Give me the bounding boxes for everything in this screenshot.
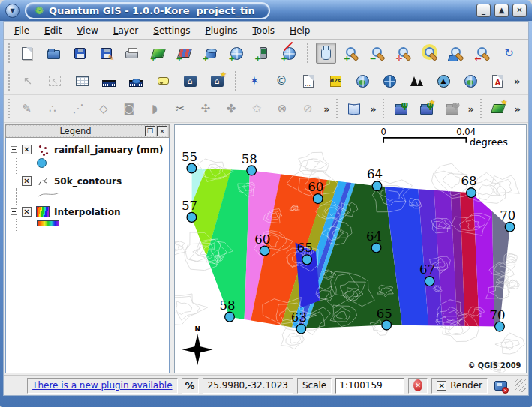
copyright-label-plugin-button[interactable]: © — [271, 70, 292, 91]
render-toggle[interactable]: ✕ Render — [431, 378, 488, 394]
map-canvas[interactable]: 00.04degreesN© QGIS 20095558606468705760… — [175, 125, 526, 373]
grass-open-mapset-button[interactable]: ψ — [391, 98, 410, 119]
maximize-button[interactable]: ▲ — [494, 4, 509, 17]
add-ring-button[interactable]: ◙ — [119, 98, 139, 119]
dxf2shp-converter-button[interactable]: d2s — [325, 70, 346, 91]
split-features-button[interactable]: ✂ — [170, 98, 190, 119]
collapse-expander-icon[interactable] — [11, 178, 17, 184]
menu-file[interactable]: File — [8, 23, 36, 38]
add-postgis-layer-button[interactable]: + — [200, 43, 221, 64]
scalebar-plugin-button[interactable]: … — [298, 70, 319, 91]
layer-label[interactable]: rainfall_january (mm) — [54, 145, 164, 155]
collapse-expander-icon[interactable] — [11, 208, 17, 215]
north-arrow-plugin-button[interactable]: ▲ — [433, 70, 454, 91]
graticule-creator-button[interactable] — [379, 70, 400, 91]
measure-area-button[interactable] — [125, 70, 146, 91]
help-contents-button[interactable] — [344, 98, 364, 119]
collapse-expander-icon[interactable] — [11, 146, 17, 153]
delete-selected-button[interactable]: ⊗ — [272, 98, 292, 119]
toolbar-separator — [480, 99, 485, 118]
map-view[interactable]: 00.04degreesN© QGIS 20095558606468705760… — [174, 124, 527, 373]
menu-tools[interactable]: Tools — [246, 23, 282, 38]
legend-panel-header[interactable]: Legend ❐ × — [5, 124, 170, 138]
toolbar-overflow-chevron[interactable]: » — [515, 103, 521, 115]
capture-polygon-button[interactable]: ◇ — [94, 98, 113, 119]
north-star-plugin-button[interactable]: ✶ — [244, 70, 265, 91]
add-wms-layer-button[interactable]: + — [227, 43, 247, 64]
new-project-button[interactable] — [17, 43, 38, 64]
menu-view[interactable]: View — [70, 23, 104, 38]
cut-features-button[interactable]: ⊘ — [298, 98, 317, 119]
zoom-in-button[interactable]: + — [342, 43, 362, 64]
toolbar-overflow-chevron[interactable]: » — [323, 103, 329, 115]
capture-line-button[interactable]: ⋰ — [68, 98, 88, 119]
quick-print-pdf-button[interactable]: A — [487, 70, 508, 91]
grass-new-mapset-button[interactable]: ψ★ — [416, 98, 436, 119]
capture-point-button[interactable]: ∴ — [43, 98, 62, 119]
node-tool-button[interactable]: ✩ — [247, 98, 266, 119]
layer-row[interactable]: ✕rainfall_january (mm) — [8, 142, 167, 157]
move-vertex-button[interactable]: ✤ — [221, 98, 241, 119]
open-project-button[interactable] — [44, 43, 64, 64]
pan-map-button[interactable] — [316, 43, 336, 64]
new-gpx-layer-button[interactable]: + — [279, 43, 299, 64]
save-project-button[interactable] — [70, 43, 90, 64]
new-print-composer-button[interactable]: ★ — [488, 98, 508, 119]
measure-line-button[interactable] — [98, 70, 119, 91]
move-feature-button[interactable]: ✣ — [196, 98, 215, 119]
identify-features-button[interactable]: ↖ — [17, 70, 38, 91]
stop-rendering-button[interactable]: ✕ — [408, 378, 428, 394]
toolbar-overflow-chevron[interactable]: » — [514, 76, 520, 87]
show-bookmarks-button[interactable]: ⌂ — [179, 70, 200, 91]
open-attribute-table-button[interactable] — [71, 70, 92, 91]
add-island-button[interactable]: ◗ — [145, 98, 164, 119]
toolbar-overflow-chevron[interactable]: » — [467, 103, 473, 115]
menu-help[interactable]: Help — [283, 23, 317, 38]
layer-visibility-checkbox[interactable]: ✕ — [22, 145, 32, 154]
raster-histogram-button[interactable] — [406, 70, 427, 91]
refresh-map-button[interactable]: ↻ — [499, 43, 519, 64]
resize-grip[interactable] — [515, 379, 526, 392]
legend-layer-50k-contours: ✕50k_contours — [8, 174, 167, 205]
menu-edit[interactable]: Edit — [38, 23, 68, 38]
layer-label[interactable]: 50k_contours — [54, 176, 122, 187]
window-menu-button[interactable]: ▼ — [5, 4, 20, 18]
grass-close-mapset-button[interactable]: ψ⊗ — [442, 98, 461, 119]
new-bookmark-button[interactable]: ⌂★ — [206, 70, 227, 91]
scale-input[interactable] — [335, 378, 404, 394]
plugin-message-link[interactable]: There is a new plugin available — [32, 380, 172, 391]
panel-close-button[interactable]: × — [157, 126, 167, 136]
layer-visibility-checkbox[interactable]: ✕ — [22, 176, 32, 186]
toolbar-overflow-chevron[interactable]: » — [370, 103, 376, 115]
minimize-button[interactable]: _ — [476, 4, 491, 17]
close-button[interactable]: ✕ — [512, 4, 527, 17]
add-gps-layer-button[interactable]: + — [253, 43, 273, 64]
select-features-button[interactable]: ↖ — [44, 70, 65, 91]
menu-plugins[interactable]: Plugins — [199, 23, 245, 38]
titlebar[interactable]: ▼ ❁ Quantum GIS - 1.0.0-Kore project_tin… — [0, 0, 532, 21]
layer-row[interactable]: ✕Interpolation — [8, 205, 167, 219]
add-vector-layer-button[interactable]: + — [148, 43, 168, 64]
menu-settings[interactable]: Settings — [146, 23, 197, 38]
zoom-to-selection-button[interactable] — [420, 43, 440, 64]
render-checkbox[interactable]: ✕ — [437, 381, 446, 391]
projection-status-button[interactable]: ✕ — [491, 378, 509, 394]
layer-label[interactable]: Interpolation — [54, 207, 120, 217]
zoom-out-button[interactable]: − — [368, 43, 389, 64]
panel-float-button[interactable]: ❐ — [145, 126, 155, 136]
plugin-message-box[interactable]: There is a new plugin available — [27, 378, 177, 394]
menu-layer[interactable]: Layer — [107, 23, 145, 38]
zoom-last-button[interactable]: ← — [473, 43, 493, 64]
save-project-as-button[interactable]: ✎ — [96, 43, 116, 64]
print-map-button[interactable] — [122, 43, 142, 64]
add-raster-layer-button[interactable]: + — [174, 43, 194, 64]
zoom-full-extent-button[interactable]: ✛ — [395, 43, 415, 64]
georeferencer-button[interactable] — [352, 70, 373, 91]
gdal-tools-button[interactable] — [460, 70, 481, 91]
layer-row[interactable]: ✕50k_contours — [8, 174, 167, 188]
mouse-position-toggle-icon[interactable]: % — [182, 378, 199, 394]
map-tips-button[interactable] — [152, 70, 173, 91]
zoom-to-layer-button[interactable] — [446, 43, 467, 64]
toggle-editing-button[interactable]: ✎ — [17, 98, 37, 119]
layer-visibility-checkbox[interactable]: ✕ — [22, 207, 32, 217]
